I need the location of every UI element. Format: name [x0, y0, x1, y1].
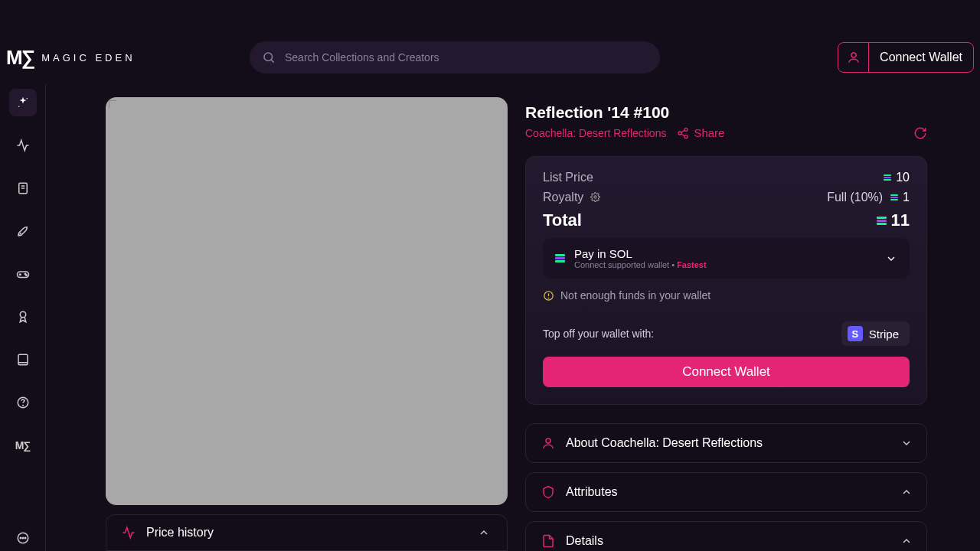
- details-title: Details: [566, 534, 603, 548]
- expand-icon[interactable]: [109, 100, 116, 108]
- more-icon: [16, 531, 30, 545]
- sidebar-item-me[interactable]: M∑: [9, 432, 37, 459]
- svg-point-21: [24, 537, 26, 539]
- svg-point-3: [26, 98, 28, 99]
- gear-icon[interactable]: [590, 191, 600, 204]
- about-accordion[interactable]: About Coachella: Desert Reflections: [525, 423, 927, 463]
- svg-rect-14: [18, 354, 28, 365]
- sidebar-item-sparkle[interactable]: [9, 89, 37, 116]
- award-icon: [16, 310, 30, 324]
- warning-icon: [543, 290, 554, 302]
- total-label: Total: [543, 210, 582, 230]
- search-input[interactable]: [285, 51, 648, 64]
- header: M∑ MAGIC EDEN Connect Wallet: [0, 42, 980, 73]
- about-title: About Coachella: Desert Reflections: [566, 436, 763, 450]
- svg-point-31: [546, 439, 550, 443]
- file-icon: [541, 534, 555, 548]
- svg-point-20: [22, 537, 24, 539]
- svg-line-1: [271, 60, 273, 62]
- royalty-label: Royalty: [543, 191, 600, 204]
- activity-icon: [122, 526, 136, 540]
- sidebar-item-more[interactable]: [16, 531, 30, 545]
- nft-title: Reflection '14 #100: [525, 103, 927, 122]
- chevron-down-icon: [900, 437, 913, 449]
- chevron-up-icon: [900, 486, 913, 498]
- details-accordion[interactable]: Details: [525, 521, 927, 551]
- sidebar-item-activity[interactable]: [9, 132, 37, 159]
- sidebar-item-insights[interactable]: [9, 346, 37, 373]
- refresh-button[interactable]: [913, 126, 927, 140]
- connect-wallet-button[interactable]: Connect Wallet: [543, 357, 910, 387]
- sol-icon: [884, 174, 891, 181]
- me-icon: M∑: [15, 439, 31, 452]
- svg-point-30: [548, 298, 549, 298]
- sidebar-item-rewards[interactable]: [9, 303, 37, 331]
- search-icon: [262, 51, 276, 64]
- book-icon: [16, 353, 30, 367]
- payment-method-select[interactable]: Pay in SOL Connect supported wallet • Fa…: [543, 238, 910, 279]
- help-icon: [16, 396, 30, 409]
- logo[interactable]: M∑ MAGIC EDEN: [6, 46, 136, 70]
- activity-icon: [16, 139, 30, 152]
- chevron-up-icon: [900, 535, 913, 547]
- sidebar-item-auctions[interactable]: [9, 174, 37, 202]
- connect-wallet-header[interactable]: Connect Wallet: [838, 42, 974, 73]
- sidebar-item-help[interactable]: [9, 389, 37, 416]
- chevron-down-icon: [885, 253, 897, 265]
- svg-point-12: [25, 275, 27, 276]
- collection-link[interactable]: Coachella: Desert Reflections: [525, 127, 666, 139]
- share-icon: [677, 127, 689, 139]
- gamepad-icon: [16, 267, 30, 281]
- stripe-button[interactable]: S Stripe: [841, 321, 910, 346]
- sol-icon: [890, 194, 898, 201]
- scroll-icon: [16, 181, 30, 195]
- svg-point-19: [20, 537, 21, 539]
- attributes-accordion[interactable]: Attributes: [525, 472, 927, 512]
- svg-point-4: [18, 106, 20, 108]
- attributes-title: Attributes: [566, 485, 618, 499]
- svg-point-0: [264, 53, 273, 61]
- share-label: Share: [694, 126, 724, 139]
- list-price-label: List Price: [543, 171, 593, 184]
- price-card: List Price 10 Royalty Full (10%) 1 Total: [525, 156, 927, 405]
- insufficient-funds-warning: Not enough funds in your wallet: [543, 289, 910, 302]
- sol-icon: [555, 254, 565, 262]
- svg-point-22: [684, 128, 688, 131]
- details-panel: Reflection '14 #100 Coachella: Desert Re…: [525, 103, 927, 551]
- pay-method-subtitle: Connect supported wallet • Fastest: [574, 260, 707, 269]
- topoff-label: Top off your wallet with:: [543, 328, 654, 340]
- connect-wallet-label: Connect Wallet: [869, 51, 973, 64]
- sidebar-item-launchpad[interactable]: [9, 217, 37, 245]
- stripe-label: Stripe: [869, 328, 899, 341]
- pay-method-title: Pay in SOL: [574, 247, 707, 260]
- svg-line-26: [681, 134, 685, 136]
- svg-point-13: [20, 311, 26, 318]
- user-icon: [838, 43, 869, 72]
- price-history-card[interactable]: Price history: [106, 514, 508, 551]
- svg-point-27: [594, 196, 596, 198]
- sidebar-item-games[interactable]: [9, 260, 37, 288]
- svg-point-17: [22, 405, 23, 406]
- list-price-value: 10: [884, 171, 910, 184]
- svg-point-23: [678, 132, 681, 135]
- shield-icon: [541, 485, 555, 499]
- sidebar: M∑: [0, 84, 46, 551]
- svg-line-25: [681, 130, 685, 132]
- nft-image: [106, 97, 508, 505]
- logo-mark: M∑: [6, 46, 34, 70]
- sidebar-bottom: [0, 531, 46, 545]
- user-icon: [541, 436, 555, 450]
- royalty-value: Full (10%) 1: [827, 191, 910, 204]
- sparkle-icon: [16, 96, 30, 109]
- sol-icon: [877, 217, 887, 225]
- stripe-icon: S: [848, 326, 863, 341]
- logo-text: MAGIC EDEN: [41, 52, 135, 64]
- svg-point-24: [684, 135, 688, 138]
- chevron-up-icon: [478, 527, 490, 539]
- search-bar[interactable]: [250, 41, 660, 73]
- total-value: 11: [877, 210, 910, 230]
- share-button[interactable]: Share: [677, 126, 724, 139]
- price-history-label: Price history: [146, 526, 214, 540]
- rocket-icon: [16, 224, 30, 238]
- refresh-icon: [913, 126, 927, 140]
